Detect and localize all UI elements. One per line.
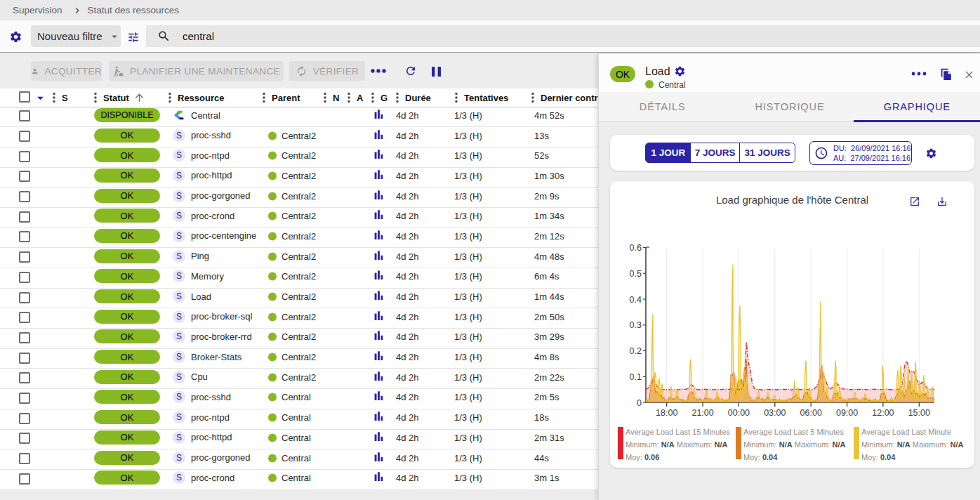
- svg-text:0: 0: [637, 398, 642, 408]
- svg-text:12:00: 12:00: [872, 408, 894, 418]
- svg-text:0.3: 0.3: [630, 320, 642, 330]
- svg-text:0.1: 0.1: [630, 372, 642, 382]
- svg-text:0.2: 0.2: [630, 346, 642, 356]
- svg-text:03:00: 03:00: [764, 408, 786, 418]
- svg-text:06:00: 06:00: [800, 408, 822, 418]
- svg-text:21:00: 21:00: [691, 408, 713, 418]
- svg-text:18:00: 18:00: [656, 408, 677, 418]
- svg-text:15:00: 15:00: [908, 408, 930, 418]
- svg-text:00:00: 00:00: [728, 408, 750, 418]
- svg-text:0.4: 0.4: [630, 295, 642, 305]
- svg-text:09:00: 09:00: [836, 408, 858, 418]
- svg-text:0.6: 0.6: [630, 243, 642, 253]
- svg-text:0.5: 0.5: [630, 269, 642, 279]
